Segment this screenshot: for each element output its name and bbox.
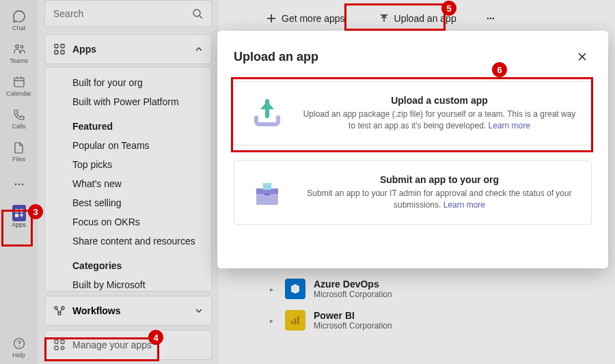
tree-item[interactable]: Built for your org xyxy=(45,73,211,92)
rail-label: Files xyxy=(12,156,25,163)
submit-illustration-icon xyxy=(248,173,286,212)
caret-right-icon: ▸ xyxy=(270,317,277,324)
workflows-row[interactable]: Workflows xyxy=(44,296,212,326)
tree-item[interactable]: Built by Microsoft xyxy=(45,275,211,292)
close-icon xyxy=(577,51,588,62)
chevron-down-icon xyxy=(195,307,203,315)
apps-section-header[interactable]: Apps xyxy=(44,34,212,64)
rail-label: Teams xyxy=(10,57,28,64)
apps-icon xyxy=(12,206,26,220)
search-input[interactable] xyxy=(53,8,192,19)
svg-point-1 xyxy=(20,46,23,48)
rail-item-teams[interactable]: Teams xyxy=(3,37,36,70)
close-button[interactable] xyxy=(573,47,592,66)
rail-item-more[interactable] xyxy=(3,168,36,201)
workflows-label: Workflows xyxy=(72,305,188,316)
more-icon xyxy=(485,13,496,24)
help-icon xyxy=(12,337,26,350)
svg-point-21 xyxy=(62,307,64,309)
calendar-icon xyxy=(12,75,26,89)
svg-rect-31 xyxy=(295,318,297,324)
manage-apps-row[interactable]: Manage your apps xyxy=(44,330,212,360)
upload-illustration-icon xyxy=(248,94,286,132)
tree-item[interactable]: Share content and resources xyxy=(45,232,211,251)
app-name: Power BI xyxy=(314,310,392,321)
rail-item-calls[interactable]: Calls xyxy=(3,102,36,135)
tree-item[interactable]: Top picks xyxy=(45,155,211,174)
manage-apps-icon xyxy=(53,339,66,351)
svg-point-14 xyxy=(193,10,200,16)
svg-rect-19 xyxy=(61,51,64,54)
apps-section-title: Apps xyxy=(72,44,188,55)
svg-point-29 xyxy=(492,18,493,19)
rail-label: Calls xyxy=(12,123,25,130)
left-panel: Apps Built for your org Built with Power… xyxy=(38,0,219,364)
rail-label: Calendar xyxy=(6,90,31,97)
annotation-badge: 4 xyxy=(148,330,163,345)
svg-rect-35 xyxy=(263,183,271,190)
app-publisher: Microsoft Corporation xyxy=(314,321,392,331)
svg-rect-10 xyxy=(20,209,23,212)
svg-point-27 xyxy=(487,18,488,19)
search-box[interactable] xyxy=(44,0,212,27)
svg-line-15 xyxy=(200,16,202,18)
app-publisher: Microsoft Corporation xyxy=(314,290,392,299)
svg-point-28 xyxy=(489,18,491,19)
svg-point-8 xyxy=(21,184,23,186)
svg-point-20 xyxy=(55,307,57,309)
app-list-item[interactable]: ▸ Azure DevOps Microsoft Corporation xyxy=(270,273,601,305)
more-icon xyxy=(12,178,26,191)
svg-point-13 xyxy=(18,346,20,347)
get-more-apps-button[interactable]: Get more apps xyxy=(256,7,355,30)
card-desc: Submit an app to your IT admin for appro… xyxy=(301,188,577,212)
svg-rect-32 xyxy=(297,316,299,324)
app-list-item[interactable]: ▸ Power BI Microsoft Corporation xyxy=(270,305,601,336)
workflows-icon xyxy=(53,305,66,317)
tree-item[interactable]: Built with Power Platform xyxy=(45,92,211,111)
rail-label: Help xyxy=(12,352,25,359)
app-name: Azure DevOps xyxy=(314,279,392,290)
upload-app-modal: Upload an app Upload a custom app Upload… xyxy=(217,31,608,268)
rail-item-chat[interactable]: Chat xyxy=(3,4,36,37)
svg-rect-23 xyxy=(55,340,58,344)
learn-more-link[interactable]: Learn more xyxy=(443,200,485,210)
chat-icon xyxy=(12,10,26,23)
rail-label: Apps xyxy=(12,221,26,228)
calls-icon xyxy=(12,108,26,122)
modal-title: Upload an app xyxy=(234,50,573,64)
apps-tree: Built for your org Built with Power Plat… xyxy=(44,67,212,292)
svg-rect-17 xyxy=(61,44,64,48)
annotation-badge: 3 xyxy=(28,204,43,219)
card-title: Submit an app to your org xyxy=(301,174,577,185)
svg-point-0 xyxy=(15,45,18,48)
rail-item-calendar[interactable]: Calendar xyxy=(3,70,36,102)
tree-item[interactable]: Focus on OKRs xyxy=(45,212,211,232)
learn-more-link[interactable]: Learn more xyxy=(489,121,530,130)
tree-group-featured: Featured xyxy=(45,111,211,136)
svg-rect-36 xyxy=(264,194,270,195)
teams-icon xyxy=(12,42,26,56)
overflow-button[interactable] xyxy=(480,7,501,30)
files-icon xyxy=(12,141,26,154)
card-title: Upload a custom app xyxy=(301,95,577,106)
svg-rect-2 xyxy=(14,78,24,87)
app-tile-icon xyxy=(285,279,305,299)
app-list: ▸ Azure DevOps Microsoft Corporation ▸ P… xyxy=(270,273,601,336)
svg-rect-16 xyxy=(55,44,58,48)
search-icon xyxy=(192,8,203,19)
tree-item[interactable]: Popular on Teams xyxy=(45,136,211,155)
upload-custom-app-card[interactable]: Upload a custom app Upload an app packag… xyxy=(234,81,592,145)
tree-item[interactable]: What's new xyxy=(45,174,211,193)
rail-item-help[interactable]: Help xyxy=(3,331,36,364)
rail-item-files[interactable]: Files xyxy=(3,135,36,168)
tree-group-categories: Categories xyxy=(45,251,211,275)
tree-item[interactable]: Best selling xyxy=(45,193,211,212)
submit-to-org-card[interactable]: Submit an app to your org Submit an app … xyxy=(234,160,592,225)
apps-grid-icon xyxy=(53,43,66,55)
svg-point-6 xyxy=(14,184,16,186)
svg-rect-9 xyxy=(15,209,18,212)
get-more-label: Get more apps xyxy=(282,13,345,24)
annotation-badge: 5 xyxy=(441,1,456,16)
svg-rect-24 xyxy=(61,340,64,344)
svg-rect-30 xyxy=(291,321,293,324)
